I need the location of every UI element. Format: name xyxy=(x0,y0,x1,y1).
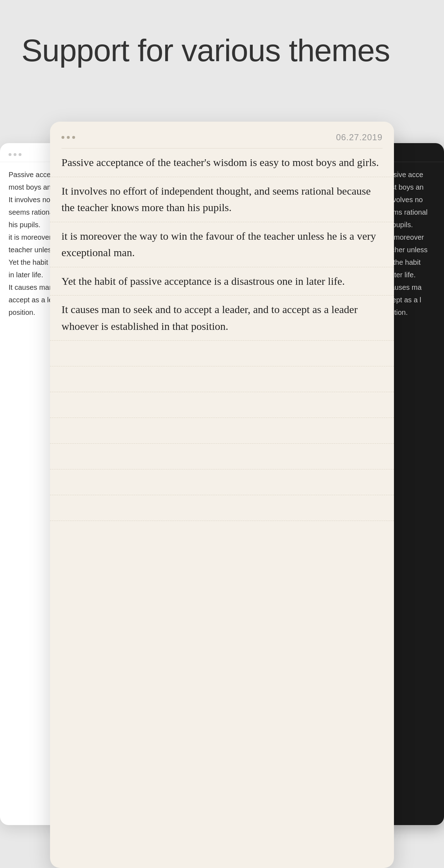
notebook-line-2: It involves no effort of independent tho… xyxy=(50,177,394,222)
notebook-line-8 xyxy=(50,392,394,418)
notebook-line-1: Passive acceptance of the teacher's wisd… xyxy=(50,148,394,177)
notebook-line-11 xyxy=(50,469,394,495)
line-text-3: it is moreover the way to win the favour… xyxy=(61,228,383,261)
line-text-4: Yet the habit of passive acceptance is a… xyxy=(61,273,345,290)
line-text-5: It causes man to seek and to accept a le… xyxy=(61,301,383,335)
dot-2 xyxy=(14,153,16,156)
card-center-header: 06.27.2019 xyxy=(50,122,394,148)
dot-1 xyxy=(9,153,11,156)
notebook-line-6 xyxy=(50,341,394,366)
notebook-line-5: It causes man to seek and to accept a le… xyxy=(50,296,394,341)
notebook-line-10 xyxy=(50,444,394,469)
page-title: Support for various themes xyxy=(21,32,423,68)
card-date: 06.27.2019 xyxy=(336,132,383,142)
card-center[interactable]: 06.27.2019 Passive acceptance of the tea… xyxy=(50,122,394,868)
card-center-notebook: Passive acceptance of the teacher's wisd… xyxy=(50,148,394,521)
card-center-menu-dots[interactable] xyxy=(61,136,75,139)
center-dot-2 xyxy=(67,136,70,139)
cards-wrapper: Passive accep most boys and It involves … xyxy=(0,122,444,868)
notebook-line-12 xyxy=(50,495,394,521)
center-dot-3 xyxy=(72,136,75,139)
notebook-line-4: Yet the habit of passive acceptance is a… xyxy=(50,267,394,296)
dot-3 xyxy=(19,153,21,156)
notebook-line-7 xyxy=(50,366,394,392)
line-text-1: Passive acceptance of the teacher's wisd… xyxy=(61,154,379,171)
line-text-2: It involves no effort of independent tho… xyxy=(61,183,383,216)
notebook-line-9 xyxy=(50,418,394,444)
center-dot-1 xyxy=(61,136,64,139)
notebook-line-3: it is moreover the way to win the favour… xyxy=(50,222,394,267)
